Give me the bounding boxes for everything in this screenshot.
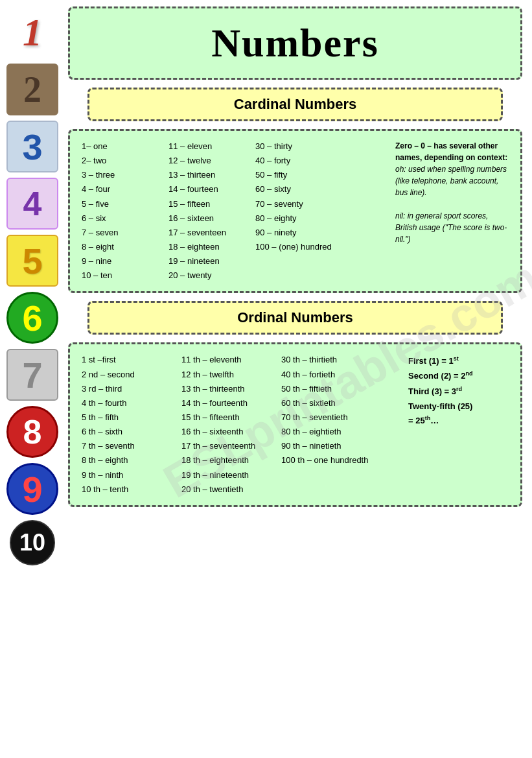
ordinal-col2: 11 th – eleventh 12 th – twelfth 13 th –… (181, 353, 279, 495)
cardinal-sidenote-nil: nil: in general sport scores, British us… (395, 211, 507, 244)
title-box: Numbers (68, 6, 522, 80)
cardinal-content-box: 1– one 2– two 3 – three 4 – four 5 – fiv… (68, 129, 522, 293)
list-item: 10 th – tenth (82, 483, 179, 496)
cardinal-sidenote-title: Zero – 0 – has several other names, depe… (395, 141, 507, 162)
list-item: 90 th – ninetieth (281, 440, 378, 453)
list-item: 16 – sixteen (168, 212, 253, 225)
list-item: 18 th – eighteenth (181, 454, 279, 467)
list-item: 60 th – sixtieth (281, 397, 378, 410)
list-item: 9 – nine (82, 255, 166, 268)
list-item: 60 – sixty (255, 183, 340, 196)
list-item: 19 – nineteen (168, 255, 253, 268)
list-item: 4 – four (82, 183, 166, 196)
list-item: 100 – (one) hundred (255, 241, 340, 254)
list-item: 70 – seventy (255, 198, 340, 211)
list-item: 18 – eighteen (168, 241, 253, 254)
ordinal-columns: 1 st –first 2 nd – second 3 rd – third 4… (82, 353, 402, 495)
list-item: 15 th – fifteenth (181, 411, 279, 424)
sidebar: 1 2 3 4 5 6 7 8 9 10 (0, 0, 65, 758)
ordinal-sidenote-3: Third (3) = 3rd (408, 384, 509, 398)
list-item: 1– one (82, 140, 166, 153)
list-item: 7 – seven (82, 226, 166, 239)
list-item: 16 th – sixteenth (181, 425, 279, 438)
list-item: 17 – seventeen (168, 226, 253, 239)
list-item: 19 th – nineteenth (181, 469, 279, 482)
list-item: 17 th – seventeenth (181, 440, 279, 453)
list-item: 8 th – eighth (82, 454, 179, 467)
list-item: 70 th – seventieth (281, 411, 378, 424)
list-item: 5 th – fifth (82, 411, 179, 424)
sidebar-num-8: 8 (6, 406, 58, 458)
list-item: 11 – eleven (168, 140, 253, 153)
list-item: 3 – three (82, 169, 166, 182)
list-item: 90 – ninety (255, 226, 340, 239)
list-item: 2– two (82, 154, 166, 167)
list-item: 12 th – twelfth (181, 368, 279, 381)
cardinal-col1: 1– one 2– two 3 – three 4 – four 5 – fiv… (82, 140, 166, 282)
list-item: 80 th – eightieth (281, 425, 378, 438)
list-item: 30 – thirty (255, 140, 340, 153)
list-item: 50 th – fiftieth (281, 383, 378, 396)
list-item: 50 – fifty (255, 169, 340, 182)
page: ESLprintables.com 1 2 3 4 5 6 7 8 9 10 N… (0, 0, 532, 758)
page-title: Numbers (211, 21, 379, 65)
list-item: 14 – fourteen (168, 183, 253, 196)
list-item: 12 – twelve (168, 154, 253, 167)
list-item: 80 – eighty (255, 212, 340, 225)
list-item: 8 – eight (82, 241, 166, 254)
list-item: 40 – forty (255, 154, 340, 167)
list-item: 40 th – fortieth (281, 368, 378, 381)
list-item: 9 th – ninth (82, 469, 179, 482)
cardinal-header-box: Cardinal Numbers (87, 88, 503, 121)
cardinal-sidenote: Zero – 0 – has several other names, depe… (395, 140, 509, 282)
main-content: Numbers Cardinal Numbers 1– one 2– two 3… (65, 0, 532, 758)
sidebar-num-10: 10 (10, 520, 55, 565)
sidebar-num-2: 2 (6, 64, 58, 115)
list-item: 11 th – eleventh (181, 353, 279, 366)
list-item: 6 – six (82, 212, 166, 225)
list-item: 7 th – seventh (82, 440, 179, 453)
sidebar-num-5: 5 (6, 235, 58, 287)
list-item: 4 th – fourth (82, 397, 179, 410)
cardinal-col3: 30 – thirty 40 – forty 50 – fifty 60 – s… (255, 140, 340, 282)
list-item: 13 – thirteen (168, 169, 253, 182)
cardinal-sidenote-oh: oh: used when spelling numbers (like tel… (395, 165, 507, 197)
list-item: 14 th – fourteenth (181, 397, 279, 410)
list-item: 10 – ten (82, 269, 166, 282)
sidebar-num-6: 6 (6, 292, 58, 344)
cardinal-col2: 11 – eleven 12 – twelve 13 – thirteen 14… (168, 140, 253, 282)
ordinal-sidenote-4: Twenty-fifth (25)= 25th… (408, 399, 509, 429)
ordinal-sidenote-2: Second (2) = 2nd (408, 369, 509, 383)
ordinal-col1: 1 st –first 2 nd – second 3 rd – third 4… (82, 353, 179, 495)
list-item: 20 th – twentieth (181, 483, 279, 496)
ordinal-content-box: 1 st –first 2 nd – second 3 rd – third 4… (68, 342, 522, 506)
sidebar-num-4: 4 (6, 178, 58, 230)
sidebar-num-3: 3 (6, 121, 58, 172)
sidebar-num-7: 7 (6, 349, 58, 401)
list-item: 1 st –first (82, 353, 179, 366)
list-item: 100 th – one hundredth (281, 454, 378, 467)
sidebar-num-1: 1 (6, 6, 58, 58)
sidebar-num-9: 9 (6, 463, 58, 515)
cardinal-columns: 1– one 2– two 3 – three 4 – four 5 – fiv… (82, 140, 389, 282)
ordinal-section-title: Ordinal Numbers (237, 309, 353, 326)
cardinal-section-title: Cardinal Numbers (234, 96, 357, 112)
list-item: 13 th – thirteenth (181, 383, 279, 396)
list-item: 20 – twenty (168, 269, 253, 282)
list-item: 6 th – sixth (82, 425, 179, 438)
ordinal-col3: 30 th – thirtieth 40 th – fortieth 50 th… (281, 353, 378, 495)
ordinal-header-box: Ordinal Numbers (87, 301, 503, 335)
ordinal-sidenote-1: First (1) = 1st (408, 353, 509, 368)
list-item: 15 – fifteen (168, 198, 253, 211)
ordinal-sidenote: First (1) = 1st Second (2) = 2nd Third (… (408, 353, 509, 495)
list-item: 30 th – thirtieth (281, 353, 378, 366)
list-item: 3 rd – third (82, 383, 179, 396)
list-item: 2 nd – second (82, 368, 179, 381)
list-item: 5 – five (82, 198, 166, 211)
